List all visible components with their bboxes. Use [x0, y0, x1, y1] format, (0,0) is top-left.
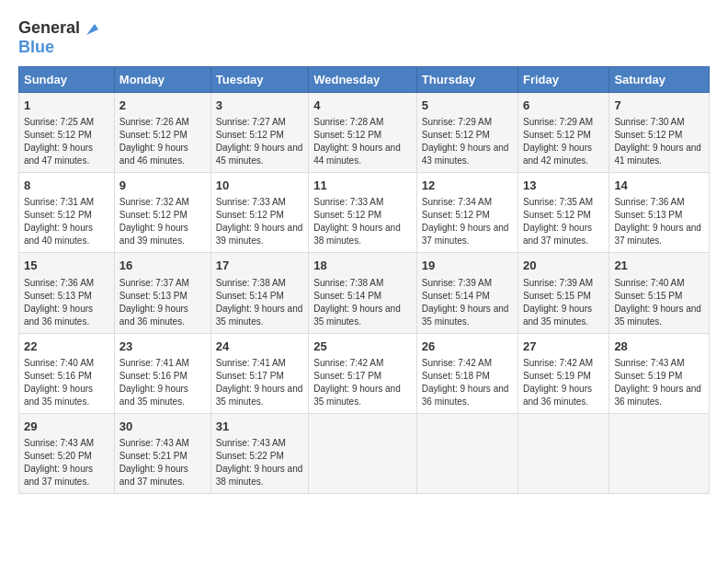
day-info: Sunrise: 7:28 AMSunset: 5:12 PMDaylight:…	[313, 116, 412, 167]
day-info: Sunrise: 7:43 AMSunset: 5:20 PMDaylight:…	[24, 437, 109, 488]
day-info: Sunrise: 7:34 AMSunset: 5:12 PMDaylight:…	[422, 196, 513, 247]
calendar-cell: 11Sunrise: 7:33 AMSunset: 5:12 PMDayligh…	[309, 173, 417, 253]
logo: General Blue	[18, 18, 98, 57]
day-number: 15	[24, 258, 109, 274]
day-number: 12	[422, 178, 513, 194]
page-header: General Blue	[18, 18, 710, 57]
day-info: Sunrise: 7:27 AMSunset: 5:12 PMDaylight:…	[216, 116, 303, 167]
day-info: Sunrise: 7:29 AMSunset: 5:12 PMDaylight:…	[422, 116, 513, 167]
logo-icon	[82, 20, 98, 37]
day-number: 17	[216, 258, 303, 274]
calendar-cell: 9Sunrise: 7:32 AMSunset: 5:12 PMDaylight…	[114, 173, 210, 253]
week-row-3: 15Sunrise: 7:36 AMSunset: 5:13 PMDayligh…	[19, 253, 710, 333]
calendar-cell: 4Sunrise: 7:28 AMSunset: 5:12 PMDaylight…	[309, 93, 417, 173]
day-number: 19	[422, 258, 513, 274]
day-number: 29	[24, 419, 109, 435]
day-info: Sunrise: 7:39 AMSunset: 5:14 PMDaylight:…	[422, 277, 513, 328]
header-tuesday: Tuesday	[210, 67, 308, 93]
calendar-cell	[518, 413, 609, 493]
header-saturday: Saturday	[609, 67, 710, 93]
calendar-cell: 18Sunrise: 7:38 AMSunset: 5:14 PMDayligh…	[309, 253, 417, 333]
calendar-cell: 6Sunrise: 7:29 AMSunset: 5:12 PMDaylight…	[518, 93, 609, 173]
calendar-cell: 27Sunrise: 7:42 AMSunset: 5:19 PMDayligh…	[518, 333, 609, 413]
calendar-cell: 24Sunrise: 7:41 AMSunset: 5:17 PMDayligh…	[210, 333, 308, 413]
calendar-cell: 30Sunrise: 7:43 AMSunset: 5:21 PMDayligh…	[114, 413, 210, 493]
calendar-cell: 13Sunrise: 7:35 AMSunset: 5:12 PMDayligh…	[518, 173, 609, 253]
logo-general-text: General	[18, 18, 80, 38]
day-number: 2	[119, 98, 206, 114]
day-info: Sunrise: 7:40 AMSunset: 5:15 PMDaylight:…	[614, 277, 704, 328]
day-info: Sunrise: 7:25 AMSunset: 5:12 PMDaylight:…	[24, 116, 109, 167]
day-number: 18	[313, 258, 412, 274]
calendar-cell: 20Sunrise: 7:39 AMSunset: 5:15 PMDayligh…	[518, 253, 609, 333]
day-number: 16	[119, 258, 206, 274]
day-number: 25	[313, 339, 412, 355]
day-info: Sunrise: 7:38 AMSunset: 5:14 PMDaylight:…	[313, 277, 412, 328]
calendar-cell: 25Sunrise: 7:42 AMSunset: 5:17 PMDayligh…	[309, 333, 417, 413]
day-number: 6	[523, 98, 604, 114]
calendar-cell: 5Sunrise: 7:29 AMSunset: 5:12 PMDaylight…	[416, 93, 518, 173]
calendar-cell: 22Sunrise: 7:40 AMSunset: 5:16 PMDayligh…	[19, 333, 115, 413]
week-row-1: 1Sunrise: 7:25 AMSunset: 5:12 PMDaylight…	[19, 93, 710, 173]
calendar-cell: 17Sunrise: 7:38 AMSunset: 5:14 PMDayligh…	[210, 253, 308, 333]
week-row-5: 29Sunrise: 7:43 AMSunset: 5:20 PMDayligh…	[19, 413, 710, 493]
day-number: 7	[614, 98, 704, 114]
day-number: 5	[422, 98, 513, 114]
day-number: 20	[523, 258, 604, 274]
calendar-cell: 31Sunrise: 7:43 AMSunset: 5:22 PMDayligh…	[210, 413, 308, 493]
calendar-cell: 21Sunrise: 7:40 AMSunset: 5:15 PMDayligh…	[609, 253, 710, 333]
calendar-cell: 12Sunrise: 7:34 AMSunset: 5:12 PMDayligh…	[416, 173, 518, 253]
calendar-cell: 1Sunrise: 7:25 AMSunset: 5:12 PMDaylight…	[19, 93, 115, 173]
day-info: Sunrise: 7:41 AMSunset: 5:16 PMDaylight:…	[119, 357, 206, 408]
day-info: Sunrise: 7:32 AMSunset: 5:12 PMDaylight:…	[119, 196, 206, 247]
calendar-cell: 23Sunrise: 7:41 AMSunset: 5:16 PMDayligh…	[114, 333, 210, 413]
day-number: 4	[313, 98, 412, 114]
calendar-cell	[416, 413, 518, 493]
day-info: Sunrise: 7:43 AMSunset: 5:22 PMDaylight:…	[216, 437, 303, 488]
day-info: Sunrise: 7:30 AMSunset: 5:12 PMDaylight:…	[614, 116, 704, 167]
calendar-cell: 29Sunrise: 7:43 AMSunset: 5:20 PMDayligh…	[19, 413, 115, 493]
day-number: 22	[24, 339, 109, 355]
day-info: Sunrise: 7:42 AMSunset: 5:18 PMDaylight:…	[422, 357, 513, 408]
day-info: Sunrise: 7:42 AMSunset: 5:17 PMDaylight:…	[313, 357, 412, 408]
day-number: 24	[216, 339, 303, 355]
day-number: 9	[119, 178, 206, 194]
day-info: Sunrise: 7:33 AMSunset: 5:12 PMDaylight:…	[216, 196, 303, 247]
day-info: Sunrise: 7:33 AMSunset: 5:12 PMDaylight:…	[313, 196, 412, 247]
day-info: Sunrise: 7:40 AMSunset: 5:16 PMDaylight:…	[24, 357, 109, 408]
calendar-cell: 8Sunrise: 7:31 AMSunset: 5:12 PMDaylight…	[19, 173, 115, 253]
day-number: 14	[614, 178, 704, 194]
header-row: SundayMondayTuesdayWednesdayThursdayFrid…	[19, 67, 710, 93]
day-number: 31	[216, 419, 303, 435]
calendar-cell	[309, 413, 417, 493]
header-wednesday: Wednesday	[309, 67, 417, 93]
calendar-cell: 15Sunrise: 7:36 AMSunset: 5:13 PMDayligh…	[19, 253, 115, 333]
calendar-cell: 3Sunrise: 7:27 AMSunset: 5:12 PMDaylight…	[210, 93, 308, 173]
day-info: Sunrise: 7:38 AMSunset: 5:14 PMDaylight:…	[216, 277, 303, 328]
calendar-cell: 28Sunrise: 7:43 AMSunset: 5:19 PMDayligh…	[609, 333, 710, 413]
day-info: Sunrise: 7:31 AMSunset: 5:12 PMDaylight:…	[24, 196, 109, 247]
day-info: Sunrise: 7:41 AMSunset: 5:17 PMDaylight:…	[216, 357, 303, 408]
day-number: 27	[523, 339, 604, 355]
calendar-cell: 16Sunrise: 7:37 AMSunset: 5:13 PMDayligh…	[114, 253, 210, 333]
day-info: Sunrise: 7:36 AMSunset: 5:13 PMDaylight:…	[24, 277, 109, 328]
header-sunday: Sunday	[19, 67, 115, 93]
calendar-table: SundayMondayTuesdayWednesdayThursdayFrid…	[18, 66, 710, 494]
day-info: Sunrise: 7:36 AMSunset: 5:13 PMDaylight:…	[614, 196, 704, 247]
calendar-cell	[609, 413, 710, 493]
day-number: 21	[614, 258, 704, 274]
day-number: 1	[24, 98, 109, 114]
day-info: Sunrise: 7:29 AMSunset: 5:12 PMDaylight:…	[523, 116, 604, 167]
calendar-cell: 19Sunrise: 7:39 AMSunset: 5:14 PMDayligh…	[416, 253, 518, 333]
header-friday: Friday	[518, 67, 609, 93]
day-number: 8	[24, 178, 109, 194]
calendar-cell: 10Sunrise: 7:33 AMSunset: 5:12 PMDayligh…	[210, 173, 308, 253]
day-info: Sunrise: 7:42 AMSunset: 5:19 PMDaylight:…	[523, 357, 604, 408]
day-info: Sunrise: 7:43 AMSunset: 5:21 PMDaylight:…	[119, 437, 206, 488]
logo-blue-text: Blue	[18, 38, 54, 57]
day-info: Sunrise: 7:35 AMSunset: 5:12 PMDaylight:…	[523, 196, 604, 247]
calendar-cell: 26Sunrise: 7:42 AMSunset: 5:18 PMDayligh…	[416, 333, 518, 413]
day-number: 30	[119, 419, 206, 435]
calendar-cell: 7Sunrise: 7:30 AMSunset: 5:12 PMDaylight…	[609, 93, 710, 173]
svg-marker-0	[86, 24, 98, 35]
